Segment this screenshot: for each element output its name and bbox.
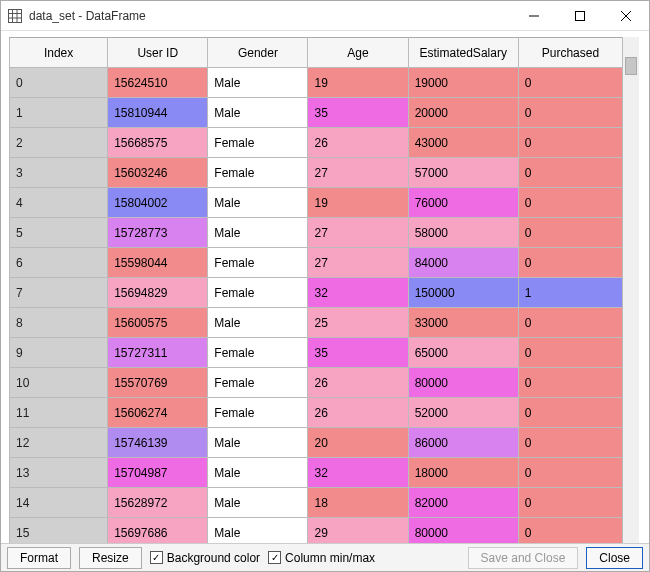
maximize-button[interactable]	[557, 1, 603, 31]
resize-button[interactable]: Resize	[79, 547, 142, 569]
cell-index[interactable]: 6	[10, 248, 108, 278]
cell-purchased[interactable]: 0	[518, 458, 622, 488]
cell-purchased[interactable]: 0	[518, 428, 622, 458]
cell-age[interactable]: 19	[308, 68, 408, 98]
close-button[interactable]	[603, 1, 649, 31]
cell-salary[interactable]: 43000	[408, 128, 518, 158]
cell-gender[interactable]: Female	[208, 338, 308, 368]
col-header-salary[interactable]: EstimatedSalary	[408, 38, 518, 68]
cell-userid[interactable]: 15598044	[108, 248, 208, 278]
table-row[interactable]: 315603246Female27570000	[10, 158, 623, 188]
cell-age[interactable]: 18	[308, 488, 408, 518]
cell-index[interactable]: 14	[10, 488, 108, 518]
cell-salary[interactable]: 19000	[408, 68, 518, 98]
cell-gender[interactable]: Female	[208, 368, 308, 398]
cell-purchased[interactable]: 1	[518, 278, 622, 308]
cell-userid[interactable]: 15603246	[108, 158, 208, 188]
cell-age[interactable]: 35	[308, 338, 408, 368]
cell-salary[interactable]: 52000	[408, 398, 518, 428]
cell-purchased[interactable]: 0	[518, 158, 622, 188]
cell-index[interactable]: 8	[10, 308, 108, 338]
table-row[interactable]: 115810944Male35200000	[10, 98, 623, 128]
cell-userid[interactable]: 15606274	[108, 398, 208, 428]
table-row[interactable]: 015624510Male19190000	[10, 68, 623, 98]
cell-userid[interactable]: 15804002	[108, 188, 208, 218]
cell-salary[interactable]: 86000	[408, 428, 518, 458]
cell-purchased[interactable]: 0	[518, 368, 622, 398]
cell-purchased[interactable]: 0	[518, 98, 622, 128]
cell-gender[interactable]: Male	[208, 218, 308, 248]
col-header-gender[interactable]: Gender	[208, 38, 308, 68]
vertical-scrollbar[interactable]	[623, 37, 639, 543]
table-row[interactable]: 1515697686Male29800000	[10, 518, 623, 544]
cell-gender[interactable]: Male	[208, 488, 308, 518]
title-bar[interactable]: data_set - DataFrame	[1, 1, 649, 31]
cell-userid[interactable]: 15704987	[108, 458, 208, 488]
cell-salary[interactable]: 33000	[408, 308, 518, 338]
cell-index[interactable]: 7	[10, 278, 108, 308]
cell-index[interactable]: 4	[10, 188, 108, 218]
table-row[interactable]: 815600575Male25330000	[10, 308, 623, 338]
cell-age[interactable]: 32	[308, 458, 408, 488]
cell-purchased[interactable]: 0	[518, 338, 622, 368]
background-color-checkbox[interactable]: ✓ Background color	[150, 551, 260, 565]
cell-gender[interactable]: Male	[208, 188, 308, 218]
table-row[interactable]: 615598044Female27840000	[10, 248, 623, 278]
scrollbar-track[interactable]	[625, 57, 637, 541]
cell-index[interactable]: 0	[10, 68, 108, 98]
cell-gender[interactable]: Female	[208, 158, 308, 188]
minimize-button[interactable]	[511, 1, 557, 31]
table-row[interactable]: 1115606274Female26520000	[10, 398, 623, 428]
cell-index[interactable]: 1	[10, 98, 108, 128]
cell-purchased[interactable]: 0	[518, 218, 622, 248]
cell-purchased[interactable]: 0	[518, 188, 622, 218]
cell-userid[interactable]: 15810944	[108, 98, 208, 128]
cell-index[interactable]: 13	[10, 458, 108, 488]
cell-salary[interactable]: 65000	[408, 338, 518, 368]
cell-index[interactable]: 12	[10, 428, 108, 458]
cell-age[interactable]: 20	[308, 428, 408, 458]
cell-userid[interactable]: 15624510	[108, 68, 208, 98]
cell-gender[interactable]: Female	[208, 248, 308, 278]
table-row[interactable]: 1415628972Male18820000	[10, 488, 623, 518]
cell-gender[interactable]: Male	[208, 308, 308, 338]
scrollbar-thumb[interactable]	[625, 57, 637, 75]
table-row[interactable]: 1215746139Male20860000	[10, 428, 623, 458]
cell-userid[interactable]: 15697686	[108, 518, 208, 544]
cell-index[interactable]: 2	[10, 128, 108, 158]
cell-index[interactable]: 3	[10, 158, 108, 188]
cell-userid[interactable]: 15694829	[108, 278, 208, 308]
cell-purchased[interactable]: 0	[518, 308, 622, 338]
table-row[interactable]: 1315704987Male32180000	[10, 458, 623, 488]
cell-index[interactable]: 11	[10, 398, 108, 428]
cell-userid[interactable]: 15746139	[108, 428, 208, 458]
cell-userid[interactable]: 15727311	[108, 338, 208, 368]
cell-userid[interactable]: 15628972	[108, 488, 208, 518]
cell-age[interactable]: 26	[308, 368, 408, 398]
cell-index[interactable]: 5	[10, 218, 108, 248]
cell-purchased[interactable]: 0	[518, 248, 622, 278]
cell-salary[interactable]: 76000	[408, 188, 518, 218]
cell-age[interactable]: 27	[308, 218, 408, 248]
cell-userid[interactable]: 15668575	[108, 128, 208, 158]
cell-age[interactable]: 27	[308, 158, 408, 188]
cell-purchased[interactable]: 0	[518, 488, 622, 518]
cell-gender[interactable]: Male	[208, 68, 308, 98]
cell-salary[interactable]: 82000	[408, 488, 518, 518]
cell-age[interactable]: 25	[308, 308, 408, 338]
table-row[interactable]: 415804002Male19760000	[10, 188, 623, 218]
cell-salary[interactable]: 57000	[408, 158, 518, 188]
cell-salary[interactable]: 20000	[408, 98, 518, 128]
cell-index[interactable]: 10	[10, 368, 108, 398]
cell-age[interactable]: 32	[308, 278, 408, 308]
col-header-index[interactable]: Index	[10, 38, 108, 68]
col-header-purchased[interactable]: Purchased	[518, 38, 622, 68]
table-row[interactable]: 915727311Female35650000	[10, 338, 623, 368]
table-row[interactable]: 515728773Male27580000	[10, 218, 623, 248]
cell-salary[interactable]: 80000	[408, 518, 518, 544]
cell-gender[interactable]: Female	[208, 398, 308, 428]
cell-age[interactable]: 19	[308, 188, 408, 218]
cell-gender[interactable]: Male	[208, 458, 308, 488]
cell-salary[interactable]: 58000	[408, 218, 518, 248]
cell-gender[interactable]: Male	[208, 428, 308, 458]
